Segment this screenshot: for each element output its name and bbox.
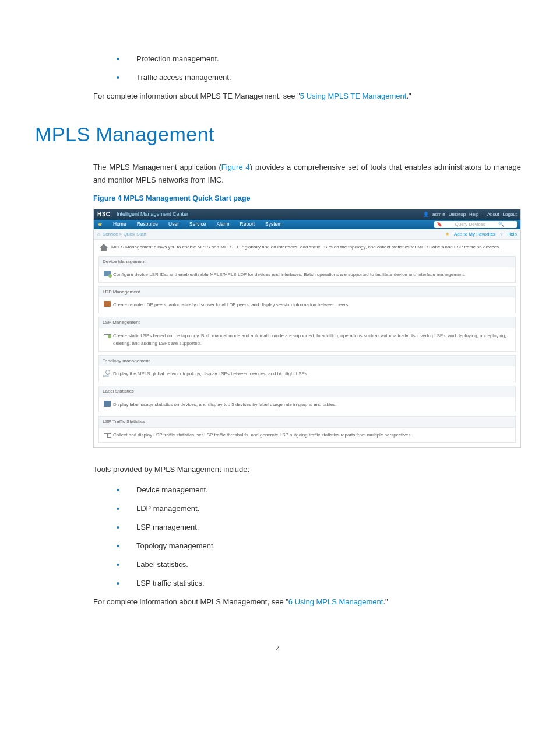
section-title: Device Management bbox=[99, 257, 515, 268]
section-body: Create remote LDP peers, automatically d… bbox=[113, 301, 350, 309]
list-item: Topology management. bbox=[117, 540, 521, 552]
search-box[interactable]: 🔖 Query Devices 🔍 bbox=[434, 221, 517, 228]
section-title: LSP Management bbox=[99, 317, 515, 328]
section-title: LDP Management bbox=[99, 287, 515, 298]
section-body: Configure device LSR IDs, and enable/dis… bbox=[113, 271, 465, 279]
link-figure-4[interactable]: Figure 4 bbox=[221, 163, 250, 172]
nav-service[interactable]: Service bbox=[189, 220, 206, 228]
page-title: MPLS Management bbox=[35, 118, 521, 152]
breadcrumb-bar: ⌂ Service > Quick Start ★ Add to My Favo… bbox=[94, 229, 520, 240]
breadcrumb: Service > Quick Start bbox=[103, 230, 146, 239]
list-item: Protection management. bbox=[117, 52, 521, 65]
section-title: LSP Traffic Statistics bbox=[99, 416, 515, 428]
link-mpls-te[interactable]: 5 Using MPLS TE Management bbox=[300, 92, 407, 100]
app-title: Intelligent Management Center bbox=[117, 210, 188, 219]
house-icon bbox=[100, 244, 108, 251]
add-favorites-link[interactable]: Add to My Favorites bbox=[454, 230, 495, 239]
about-link[interactable]: About bbox=[487, 211, 499, 219]
section-lsp-management[interactable]: LSP Management Create static LSPs based … bbox=[98, 317, 516, 352]
ldp-icon bbox=[104, 301, 111, 307]
search-icon[interactable]: 🔍 bbox=[498, 220, 504, 229]
intro-bullet-list: Protection management. Traffic access ma… bbox=[117, 52, 521, 84]
text: For complete information about MPLS Mana… bbox=[93, 597, 288, 606]
nav-home[interactable]: Home bbox=[113, 220, 126, 228]
star-icon[interactable]: ★ bbox=[445, 230, 449, 239]
logout-link[interactable]: Logout bbox=[503, 211, 517, 219]
nav-user[interactable]: User bbox=[168, 220, 179, 228]
intro-row: MPLS Management allows you to enable MPL… bbox=[94, 240, 520, 256]
section-device-management[interactable]: Device Management Configure device LSR I… bbox=[98, 256, 516, 283]
help-icon[interactable]: ? bbox=[500, 230, 502, 239]
divider: | bbox=[483, 211, 484, 219]
section-title: Label Statistics bbox=[99, 386, 515, 397]
section-topology-management[interactable]: Topology management Display the MPLS glo… bbox=[98, 355, 516, 382]
traffic-icon bbox=[104, 431, 111, 437]
list-item: Device management. bbox=[117, 484, 521, 496]
text: The MPLS Management application ( bbox=[93, 163, 221, 172]
section-ldp-management[interactable]: LDP Management Create remote LDP peers, … bbox=[98, 286, 516, 313]
list-item: LSP management. bbox=[117, 521, 521, 534]
logo: H3C bbox=[97, 209, 111, 219]
section-body: Create static LSPs based on the topology… bbox=[113, 332, 511, 348]
section-label-statistics[interactable]: Label Statistics Display label usage sta… bbox=[98, 386, 516, 412]
section-title: Topology management bbox=[99, 356, 515, 367]
section-lsp-traffic-statistics[interactable]: LSP Traffic Statistics Collect and displ… bbox=[98, 416, 516, 443]
nav-alarm[interactable]: Alarm bbox=[216, 220, 229, 228]
text: ." bbox=[383, 597, 388, 606]
user-label: admin bbox=[432, 211, 445, 219]
nav-system[interactable]: System bbox=[265, 220, 281, 228]
closing-paragraph: For complete information about MPLS Mana… bbox=[93, 596, 521, 608]
lsp-icon bbox=[104, 332, 111, 338]
main-paragraph: The MPLS Management application (Figure … bbox=[93, 161, 521, 187]
help-link[interactable]: Help bbox=[469, 211, 478, 219]
favorites-icon[interactable]: ★ bbox=[97, 219, 103, 229]
text: ." bbox=[406, 92, 411, 100]
figure-caption: Figure 4 MPLS Management Quick Start pag… bbox=[93, 192, 521, 205]
desktop-link[interactable]: Desktop bbox=[449, 211, 466, 219]
section-body: Collect and display LSP traffic statisti… bbox=[113, 431, 412, 439]
topology-icon bbox=[104, 370, 111, 377]
intro-paragraph: For complete information about MPLS TE M… bbox=[93, 90, 521, 103]
search-tag-icon: 🔖 bbox=[437, 220, 442, 229]
nav-resource[interactable]: Resource bbox=[137, 220, 158, 228]
device-icon bbox=[104, 271, 111, 276]
home-icon[interactable]: ⌂ bbox=[97, 230, 100, 239]
list-item: LSP traffic statistics. bbox=[117, 577, 521, 590]
page-help-link[interactable]: Help bbox=[508, 230, 517, 239]
text: For complete information about MPLS TE M… bbox=[93, 92, 300, 100]
label-icon bbox=[104, 401, 111, 407]
list-item: Label statistics. bbox=[117, 558, 521, 571]
tools-bullet-list: Device management. LDP management. LSP m… bbox=[117, 484, 521, 590]
nav-bar: ★ Home Resource User Service Alarm Repor… bbox=[94, 220, 520, 229]
page-number: 4 bbox=[35, 643, 521, 655]
list-item: LDP management. bbox=[117, 502, 521, 515]
list-item: Traffic access management. bbox=[117, 71, 521, 84]
link-mpls-management[interactable]: 6 Using MPLS Management bbox=[288, 597, 383, 606]
topbar-right: 👤 admin Desktop Help | About Logout bbox=[423, 211, 517, 219]
section-body: Display the MPLS global network topology… bbox=[113, 370, 308, 378]
nav-report[interactable]: Report bbox=[240, 220, 255, 228]
app-titlebar: H3C Intelligent Management Center 👤 admi… bbox=[94, 209, 520, 220]
user-icon: 👤 bbox=[423, 211, 429, 219]
tools-heading: Tools provided by MPLS Management includ… bbox=[93, 463, 521, 476]
search-placeholder: Query Devices bbox=[455, 220, 485, 229]
figure-4-screenshot: H3C Intelligent Management Center 👤 admi… bbox=[93, 209, 521, 449]
intro-text: MPLS Management allows you to enable MPL… bbox=[111, 243, 500, 251]
section-body: Display label usage statistics on device… bbox=[113, 401, 336, 409]
